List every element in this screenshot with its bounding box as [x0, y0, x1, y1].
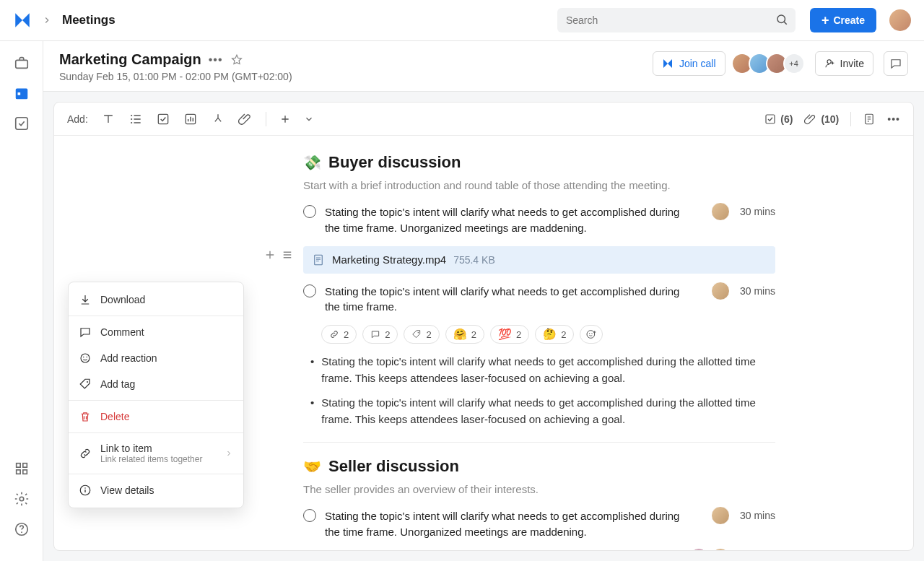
help-icon[interactable]	[13, 521, 30, 538]
join-call-button[interactable]: Join call	[653, 51, 725, 76]
attachment-tool-icon[interactable]	[238, 112, 253, 126]
section-subtitle[interactable]: The seller provides an overview of their…	[303, 483, 775, 495]
add-reaction-button[interactable]	[580, 325, 603, 344]
agenda-task[interactable]: Stating the topic's intent will clarify …	[303, 508, 775, 540]
svg-rect-1	[15, 60, 27, 68]
breadcrumb[interactable]: Meetings	[62, 13, 116, 27]
bullet-item[interactable]: Stating the topic's intent will clarify …	[310, 395, 775, 427]
context-menu: Download Comment Add reaction Add tag De…	[68, 282, 244, 508]
file-icon	[312, 253, 325, 266]
drag-handle-icon[interactable]	[281, 248, 294, 261]
calendar-icon[interactable]	[13, 84, 30, 102]
svg-rect-3	[17, 92, 20, 95]
ctx-view-details[interactable]: View details	[69, 477, 243, 503]
svg-point-14	[131, 118, 132, 119]
info-icon	[79, 484, 92, 497]
bullet-item[interactable]: Stating the topic's intent will clarify …	[310, 354, 775, 386]
tasks-count-button[interactable]: (6)	[764, 113, 793, 126]
comment-icon	[79, 326, 92, 339]
section-subtitle[interactable]: Start with a brief introduction and roun…	[303, 179, 775, 191]
ctx-delete[interactable]: Delete	[69, 404, 243, 430]
plus-icon: +	[821, 14, 829, 27]
attendee-avatars[interactable]: +4	[736, 53, 805, 74]
agenda-task[interactable]: This keeps attendees laser-focused on ac…	[303, 550, 775, 551]
assignee-avatar[interactable]	[711, 202, 730, 221]
ctx-download[interactable]: Download	[69, 287, 243, 313]
reaction-comment[interactable]: 2	[362, 325, 398, 344]
ctx-add-tag[interactable]: Add tag	[69, 371, 243, 397]
comments-button[interactable]	[884, 51, 908, 76]
agenda-task[interactable]: Stating the topic's intent will clarify …	[303, 204, 775, 236]
checkbox-tool-icon[interactable]	[156, 112, 170, 126]
invite-button[interactable]: Invite	[815, 51, 873, 76]
assignee-avatar[interactable]	[711, 282, 730, 300]
svg-point-30	[84, 487, 86, 489]
svg-point-15	[131, 121, 132, 123]
section-divider	[303, 442, 775, 443]
svg-point-21	[418, 332, 419, 334]
svg-point-11	[21, 531, 22, 533]
ctx-link-to-item[interactable]: Link to itemLink related items together	[69, 436, 243, 471]
tasks-icon[interactable]	[13, 115, 30, 132]
add-row-icon[interactable]	[263, 248, 276, 261]
svg-point-22	[587, 331, 595, 339]
chevron-down-icon[interactable]	[304, 114, 314, 124]
link-icon	[79, 447, 92, 460]
reaction-emoji[interactable]: 🤗2	[445, 325, 484, 344]
text-tool-icon[interactable]	[101, 112, 116, 126]
sidebar	[0, 41, 43, 561]
template-icon[interactable]	[863, 113, 876, 126]
ctx-add-reaction[interactable]: Add reaction	[69, 345, 243, 371]
task-checkbox[interactable]	[303, 205, 316, 218]
reaction-tag[interactable]: 2	[404, 325, 439, 344]
list-tool-icon[interactable]	[128, 112, 143, 126]
agenda-task[interactable]: Stating the topic's intent will clarify …	[303, 284, 775, 316]
svg-rect-6	[22, 464, 27, 468]
more-icon[interactable]: •••	[887, 113, 900, 125]
download-icon	[79, 293, 92, 306]
section-title[interactable]: Seller discussion	[328, 457, 459, 476]
reaction-link[interactable]: 2	[321, 325, 357, 344]
assignee-avatar[interactable]	[711, 548, 730, 551]
section-title[interactable]: Buyer discussion	[328, 153, 461, 172]
task-checkbox[interactable]	[303, 509, 316, 522]
poll-tool-icon[interactable]	[183, 112, 198, 126]
svg-point-0	[777, 15, 785, 23]
search-input[interactable]	[557, 8, 796, 32]
assignee-avatar[interactable]	[689, 548, 708, 551]
task-duration: 30 mins	[740, 510, 775, 521]
svg-rect-4	[15, 118, 27, 130]
reaction-emoji[interactable]: 💯2	[490, 325, 529, 344]
svg-point-9	[19, 497, 24, 501]
chevron-right-icon	[225, 449, 233, 458]
chevron-right-icon	[42, 15, 52, 25]
create-button[interactable]: +Create	[810, 8, 876, 32]
svg-rect-20	[315, 255, 323, 265]
gear-icon[interactable]	[13, 490, 30, 508]
briefcase-icon[interactable]	[13, 54, 30, 71]
svg-point-13	[131, 114, 132, 116]
more-options-icon[interactable]: •••	[209, 53, 223, 66]
attachments-count-button[interactable]: (10)	[804, 113, 839, 126]
svg-point-12	[827, 60, 831, 64]
svg-point-27	[87, 357, 88, 358]
ctx-comment[interactable]: Comment	[69, 319, 243, 345]
svg-rect-7	[16, 470, 20, 474]
task-checkbox[interactable]	[303, 284, 316, 297]
avatar-overflow[interactable]: +4	[783, 53, 805, 74]
svg-rect-8	[22, 470, 27, 474]
reaction-emoji[interactable]: 🤔2	[535, 325, 574, 344]
star-icon[interactable]	[230, 53, 243, 66]
assignee-avatar[interactable]	[711, 506, 730, 525]
svg-point-23	[589, 333, 590, 334]
decision-tool-icon[interactable]	[211, 112, 225, 126]
file-attachment[interactable]: Marketing Strategy.mp4 755.4 KB	[303, 246, 775, 274]
svg-point-26	[83, 357, 84, 358]
app-logo-icon[interactable]	[13, 11, 32, 30]
search-icon[interactable]	[775, 13, 788, 26]
svg-rect-2	[15, 89, 27, 100]
apps-icon[interactable]	[13, 460, 30, 477]
add-label: Add:	[67, 113, 88, 125]
user-avatar[interactable]	[889, 9, 911, 31]
add-block-button[interactable]	[279, 113, 291, 125]
